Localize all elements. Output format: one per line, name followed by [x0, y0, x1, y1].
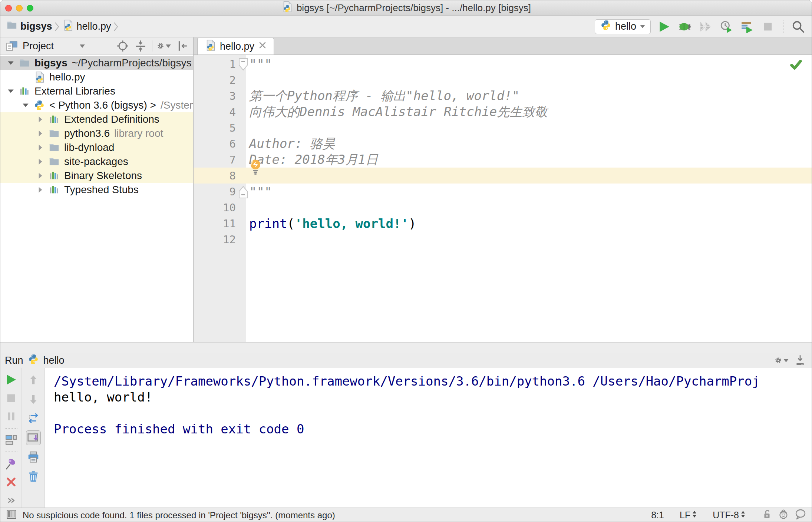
search-everywhere-icon[interactable] — [791, 19, 806, 34]
line-number[interactable]: 7 — [194, 153, 236, 166]
editor-line-8[interactable]: 8 — [194, 168, 812, 184]
titlebar[interactable]: bigsys [~/PycharmProjects/bigsys] - .../… — [0, 0, 812, 16]
chevron-right-icon[interactable] — [33, 143, 48, 152]
tree-item-path: /System — [161, 99, 193, 111]
feedback-bubble-icon[interactable] — [795, 508, 806, 522]
more-actions-icon[interactable] — [4, 493, 19, 508]
run-configuration-select[interactable]: hello — [595, 19, 651, 34]
chevron-down-icon[interactable] — [18, 101, 33, 109]
chevron-down-icon[interactable] — [80, 44, 85, 48]
minimize-window-button[interactable] — [16, 5, 23, 11]
line-number[interactable]: 9 — [194, 185, 236, 198]
code-editor[interactable]: 1"""23第一个Python程序 - 输出"hello, world!"4向伟… — [194, 55, 812, 342]
tree-item-python-3.6-bigsys[interactable]: < Python 3.6 (bigsys) >/System — [0, 98, 193, 112]
soft-wrap-icon[interactable] — [26, 411, 41, 426]
editor-line-10[interactable]: 10 — [194, 199, 812, 215]
run-button[interactable] — [657, 19, 671, 34]
line-number[interactable]: 11 — [194, 217, 236, 230]
intention-lightbulb-icon[interactable] — [248, 159, 263, 178]
settings-gear-icon[interactable] — [775, 353, 789, 367]
code-text[interactable]: print('hello, world!') — [236, 216, 416, 231]
chevron-down-icon[interactable] — [3, 59, 18, 67]
tree-item-python3.6[interactable]: python3.6library root — [0, 126, 193, 141]
tree-item-bigsys[interactable]: bigsys~/PycharmProjects/bigsys — [0, 56, 193, 70]
close-tab-icon[interactable] — [258, 41, 267, 52]
fold-region-end-icon[interactable] — [238, 185, 248, 199]
locate-file-icon[interactable] — [116, 39, 130, 53]
tree-item-external-libraries[interactable]: External Libraries — [0, 84, 193, 98]
editor-line-12[interactable]: 12 — [194, 231, 812, 247]
inspection-ok-checkmark-icon[interactable] — [789, 58, 803, 73]
print-icon[interactable] — [26, 450, 41, 465]
line-number[interactable]: 8 — [194, 169, 236, 182]
unlock-icon[interactable] — [761, 509, 772, 522]
line-number[interactable]: 2 — [194, 74, 236, 86]
editor-line-2[interactable]: 2 — [194, 72, 812, 88]
caret-position[interactable]: 8:1 — [651, 510, 664, 521]
run-panel-title[interactable]: Run — [5, 355, 23, 366]
tree-item-site-packages[interactable]: site-packages — [0, 155, 193, 169]
scroll-to-end-icon[interactable] — [26, 430, 41, 445]
hector-inspection-icon[interactable] — [778, 508, 789, 522]
chevron-right-icon[interactable] — [33, 129, 48, 138]
tree-item-binary-skeletons[interactable]: Binary Skeletons — [0, 169, 193, 183]
line-number[interactable]: 3 — [194, 90, 236, 102]
tree-item-typeshed-stubs[interactable]: Typeshed Stubs — [0, 183, 193, 197]
line-number[interactable]: 10 — [194, 201, 236, 214]
hide-panel-icon[interactable] — [175, 39, 189, 53]
tab-hello-py[interactable]: hello.py — [197, 38, 274, 54]
show-console-layout-icon[interactable] — [4, 433, 19, 447]
rerun-button[interactable] — [4, 373, 19, 387]
profile-button[interactable] — [719, 19, 734, 34]
status-message[interactable]: No suspicious code found. 1 files proces… — [23, 510, 335, 521]
chevron-down-icon — [640, 25, 645, 28]
chevron-right-icon[interactable] — [33, 186, 48, 194]
project-tree[interactable]: bigsys~/PycharmProjects/bigsyshello.pyEx… — [0, 55, 193, 342]
breadcrumb-item-bigsys[interactable]: bigsys — [6, 20, 52, 33]
line-number[interactable]: 1 — [194, 58, 236, 70]
chevron-right-icon[interactable] — [33, 172, 48, 180]
toggle-tool-windows-icon[interactable] — [6, 508, 17, 522]
code-text[interactable]: 第一个Python程序 - 输出"hello, world!" — [236, 87, 519, 105]
line-number[interactable]: 5 — [194, 122, 236, 134]
settings-gear-icon[interactable] — [157, 39, 171, 53]
console-toolbar — [22, 368, 45, 508]
editor-line-9[interactable]: 9""" — [194, 184, 812, 199]
code-text[interactable]: Author: 骆昊 — [236, 135, 335, 152]
concurrency-diagram-button[interactable] — [740, 19, 755, 34]
chevron-right-icon[interactable] — [33, 115, 48, 123]
editor-line-3[interactable]: 3第一个Python程序 - 输出"hello, world!" — [194, 88, 812, 104]
breadcrumb-item-hello-py[interactable]: hello.py — [62, 19, 111, 34]
run-with-coverage-button[interactable] — [698, 19, 713, 34]
editor-line-5[interactable]: 5 — [194, 120, 812, 136]
close-window-button[interactable] — [5, 5, 12, 11]
line-number[interactable]: 6 — [194, 138, 236, 150]
debug-button[interactable] — [677, 19, 692, 34]
editor-line-1[interactable]: 1""" — [194, 56, 812, 72]
close-panel-icon[interactable] — [4, 475, 19, 489]
chevron-right-icon[interactable] — [33, 158, 48, 166]
editor-line-4[interactable]: 4向伟大的Dennis MacAlistair Ritchie先生致敬 — [194, 104, 812, 120]
code-text[interactable]: 向伟大的Dennis MacAlistair Ritchie先生致敬 — [236, 103, 547, 120]
pin-tab-icon[interactable] — [4, 457, 19, 471]
clear-all-icon[interactable] — [26, 469, 41, 484]
run-console-output[interactable]: /System/Library/Frameworks/Python.framew… — [45, 368, 812, 508]
collapse-all-icon[interactable] — [133, 39, 148, 53]
encoding-selector[interactable]: UTF-8 — [713, 510, 746, 521]
editor-line-6[interactable]: 6Author: 骆昊 — [194, 136, 812, 152]
tree-item-extended-definitions[interactable]: Extended Definitions — [0, 112, 193, 126]
chevron-down-icon[interactable] — [3, 87, 18, 95]
project-panel-title[interactable]: Project — [23, 40, 54, 52]
editor-line-11[interactable]: 11print('hello, world!') — [194, 215, 812, 231]
zoom-window-button[interactable] — [27, 5, 33, 11]
window-title: bigsys [~/PycharmProjects/bigsys] - .../… — [281, 1, 531, 15]
line-number[interactable]: 12 — [194, 233, 236, 246]
line-number[interactable]: 4 — [194, 106, 236, 118]
fold-region-start-icon[interactable] — [238, 58, 248, 71]
hide-panel-down-icon[interactable] — [793, 353, 807, 367]
tree-item-hello.py[interactable]: hello.py — [0, 70, 193, 84]
folder-icon — [48, 156, 60, 167]
line-separator-selector[interactable]: LF — [680, 510, 697, 521]
editor-line-7[interactable]: 7Date: 2018年3月1日 — [194, 152, 812, 168]
tree-item-lib-dynload[interactable]: lib-dynload — [0, 141, 193, 155]
